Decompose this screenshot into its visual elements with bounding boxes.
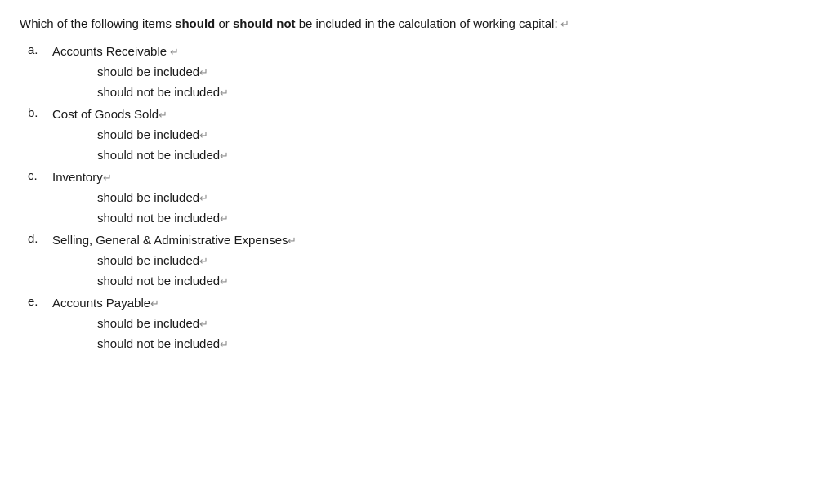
option-a-1: should be included↵	[97, 61, 229, 83]
item-letter-b: b.	[28, 105, 42, 119]
items-list: a. Accounts Receivable ↵ should be inclu…	[28, 42, 815, 355]
option-b-1: should be included↵	[97, 124, 229, 145]
item-title-a: Accounts Receivable ↵	[52, 42, 229, 61]
item-letter-e: e.	[28, 293, 42, 308]
sub-options-d: should be included↵ should not be includ…	[97, 250, 297, 292]
list-item: e. Accounts Payable↵ should be included↵…	[28, 293, 815, 355]
sub-options-c: should be included↵ should not be includ…	[97, 187, 229, 229]
list-item: a. Accounts Receivable ↵ should be inclu…	[28, 42, 815, 103]
list-item: c. Inventory↵ should be included↵ should…	[28, 167, 815, 229]
option-c-1: should be included↵	[97, 187, 229, 208]
question-intro: Which of the following items should or s…	[20, 15, 815, 33]
item-content-c: Inventory↵ should be included↵ should no…	[52, 167, 229, 229]
sub-options-a: should be included↵ should not be includ…	[97, 61, 229, 103]
item-content-a: Accounts Receivable ↵ should be included…	[52, 42, 229, 103]
item-content-d: Selling, General & Administrative Expens…	[52, 230, 297, 292]
option-b-2: should not be included↵	[97, 145, 229, 166]
item-letter-a: a.	[28, 42, 42, 56]
list-item: b. Cost of Goods Sold↵ should be include…	[28, 105, 815, 166]
option-e-1: should be included↵	[97, 313, 229, 334]
item-letter-d: d.	[28, 230, 42, 245]
option-a-2: should not be included↵	[97, 82, 229, 103]
list-item: d. Selling, General & Administrative Exp…	[28, 230, 815, 292]
item-letter-c: c.	[28, 167, 42, 182]
option-c-2: should not be included↵	[97, 207, 229, 229]
item-title-c: Inventory↵	[52, 167, 229, 187]
item-title-e: Accounts Payable↵	[52, 293, 229, 313]
sub-options-b: should be included↵ should not be includ…	[97, 124, 229, 166]
item-title-b: Cost of Goods Sold↵	[52, 105, 229, 124]
option-e-2: should not be included↵	[97, 333, 229, 355]
sub-options-e: should be included↵ should not be includ…	[97, 313, 229, 355]
item-title-d: Selling, General & Administrative Expens…	[52, 230, 297, 250]
item-content-b: Cost of Goods Sold↵ should be included↵ …	[52, 105, 229, 166]
item-content-e: Accounts Payable↵ should be included↵ sh…	[52, 293, 229, 355]
option-d-1: should be included↵	[97, 250, 297, 271]
option-d-2: should not be included↵	[97, 270, 297, 292]
